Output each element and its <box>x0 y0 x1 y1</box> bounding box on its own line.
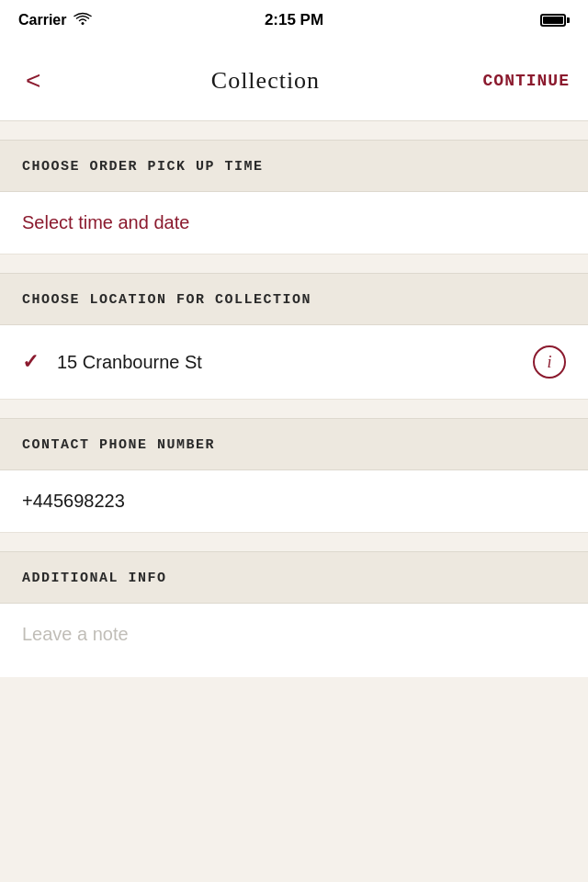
spacer-4 <box>0 533 588 551</box>
spacer-3 <box>0 400 588 418</box>
select-time-row[interactable]: Select time and date <box>0 192 588 254</box>
location-left: ✓ 15 Cranbourne St <box>22 350 202 374</box>
battery-tip <box>567 17 570 23</box>
checkmark-icon: ✓ <box>22 350 39 374</box>
carrier-label: Carrier <box>18 12 66 28</box>
location-name: 15 Cranbourne St <box>57 352 202 373</box>
phone-number: +445698223 <box>22 491 125 511</box>
additional-label: ADDITIONAL INFO <box>22 571 167 586</box>
location-label: CHOOSE LOCATION FOR COLLECTION <box>22 292 311 308</box>
status-left: Carrier <box>18 12 92 28</box>
battery-fill <box>543 17 563 24</box>
additional-header: ADDITIONAL INFO <box>0 551 588 604</box>
battery-body <box>540 14 566 27</box>
svg-point-0 <box>82 22 85 25</box>
phone-label: CONTACT PHONE NUMBER <box>22 437 215 453</box>
nav-bar: < Collection CONTINUE <box>0 40 588 121</box>
pickup-time-label: CHOOSE ORDER PICK UP TIME <box>22 159 264 175</box>
pickup-time-header: CHOOSE ORDER PICK UP TIME <box>0 140 588 192</box>
wifi-icon <box>74 12 92 28</box>
phone-header: CONTACT PHONE NUMBER <box>0 418 588 470</box>
info-icon: i <box>547 353 551 372</box>
status-time: 2:15 PM <box>265 11 323 29</box>
back-button[interactable]: < <box>18 59 48 103</box>
back-chevron-icon: < <box>26 66 40 96</box>
location-header: CHOOSE LOCATION FOR COLLECTION <box>0 273 588 325</box>
location-row[interactable]: ✓ 15 Cranbourne St i <box>0 325 588 400</box>
spacer-2 <box>0 254 588 273</box>
note-placeholder: Leave a note <box>22 624 129 644</box>
continue-button[interactable]: CONTINUE <box>483 72 570 90</box>
page-title: Collection <box>211 67 320 95</box>
spacer-1 <box>0 121 588 140</box>
phone-row[interactable]: +445698223 <box>0 470 588 533</box>
note-row[interactable]: Leave a note <box>0 604 588 677</box>
battery-icon <box>540 14 570 27</box>
status-bar: Carrier 2:15 PM <box>0 0 588 40</box>
select-time-label: Select time and date <box>22 212 189 233</box>
info-button[interactable]: i <box>533 345 566 379</box>
